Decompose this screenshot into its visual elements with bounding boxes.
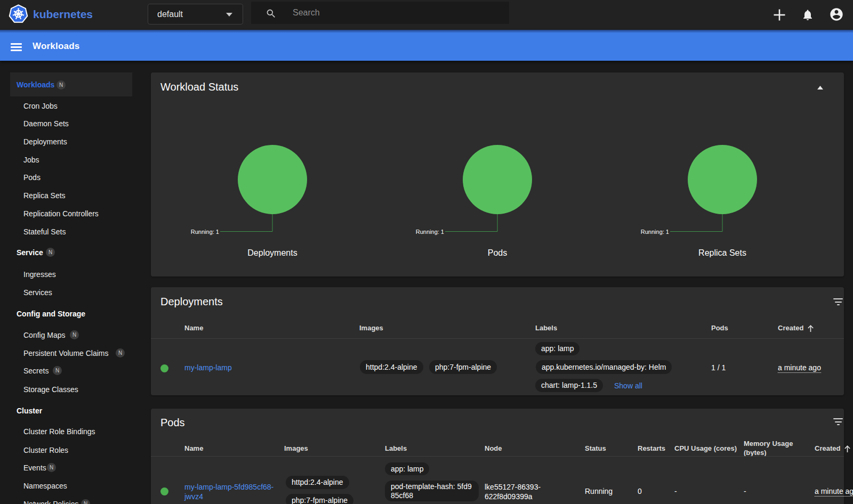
svg-text:Running: 1: Running: 1 <box>416 229 444 235</box>
svg-text:Replica Sets: Replica Sets <box>698 248 746 257</box>
svg-text:Pods: Pods <box>488 248 507 257</box>
svg-text:Running: 1: Running: 1 <box>641 229 669 235</box>
svg-text:Deployments: Deployments <box>247 248 297 257</box>
svg-text:Running: 1: Running: 1 <box>191 229 219 235</box>
